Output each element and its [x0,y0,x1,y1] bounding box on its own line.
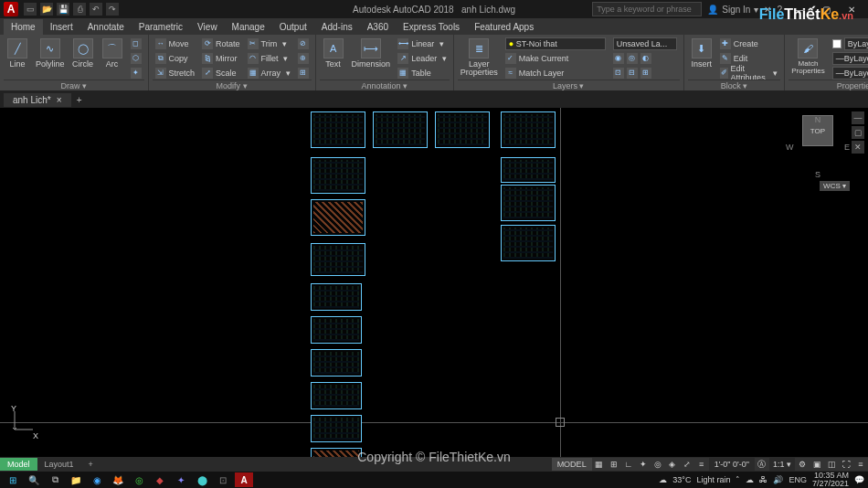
firefox-icon[interactable]: 🦊 [109,472,127,487]
drawing-sheet[interactable] [311,243,365,276]
osnap-toggle[interactable]: ◎ [651,458,665,471]
lineweight-dropdown[interactable]: — ByLayer [830,51,868,65]
sign-in-button[interactable]: 👤 Sign In ▾ [707,5,758,15]
workspace-toggle[interactable]: ⚙ [795,458,810,471]
tab-home[interactable]: Home [4,19,43,35]
drawing-sheet[interactable] [311,415,362,442]
drawing-sheet[interactable] [311,316,362,344]
edge-icon[interactable]: ◉ [88,472,106,487]
autocad-taskbar-icon[interactable]: A [235,472,253,487]
drawing-sheet[interactable] [311,283,362,311]
customize-button[interactable]: ≡ [853,458,868,471]
draw-ext3[interactable]: ✦ [128,66,144,80]
drawing-sheet[interactable] [311,199,365,236]
drawing-sheet[interactable] [501,185,556,221]
modify-ext3[interactable]: ⊞ [295,66,312,80]
hardware-toggle[interactable]: ▣ [810,458,824,471]
wcs-dropdown[interactable]: WCS ▾ [820,181,850,191]
cleanscreen-toggle[interactable]: ⛶ [839,458,853,471]
minimize-button[interactable]: — [788,1,813,17]
start-button[interactable]: ⊞ [4,472,22,487]
tray-date[interactable]: 7/27/2021 [812,480,849,488]
match-layer-button[interactable]: ≈Match Layer [503,66,609,80]
tab-addins[interactable]: Add-ins [314,19,360,35]
canvas-close-icon[interactable]: ✕ [852,141,864,154]
help-icon[interactable]: ? [777,5,782,15]
tab-parametric[interactable]: Parametric [132,19,190,35]
exchange-icon[interactable]: ✕ [764,5,771,15]
save-icon[interactable]: 💾 [57,3,69,16]
panel-properties-title[interactable]: Properties ▾ [789,80,868,91]
text-button[interactable]: AText [320,37,347,70]
linear-button[interactable]: ⟷Linear ▾ [395,37,450,50]
dimension-button[interactable]: ⟼Dimension [349,37,394,70]
modify-ext1[interactable]: ⊘ [295,37,312,50]
layer-tools-1[interactable]: ◉◎◐ [610,51,680,65]
file-tab-active[interactable]: anh Lich* × [4,93,71,107]
panel-annotation-title[interactable]: Annotation ▾ [320,80,450,91]
viewcube-north[interactable]: N [815,115,821,124]
snap-toggle[interactable]: ⊞ [607,458,621,471]
arc-button[interactable]: ⌒Arc [99,37,126,70]
mirror-button[interactable]: ⧎Mirror [199,51,243,65]
lweight-toggle[interactable]: ≡ [694,458,709,471]
annotation-toggle[interactable]: Ⓐ [755,458,769,471]
tray-network-icon[interactable]: 🖧 [759,475,767,484]
file-tab-close-icon[interactable]: × [57,95,62,105]
layer-tools-2[interactable]: ⊡⊟⊞ [610,66,680,80]
polar-toggle[interactable]: ✦ [636,458,651,471]
isolate-toggle[interactable]: ◫ [824,458,839,471]
drawing-sheet[interactable] [311,349,362,377]
weather-icon[interactable]: ☁ [659,475,667,484]
3dosnap-toggle[interactable]: ◈ [665,458,680,471]
tray-chevron-icon[interactable]: ˄ [736,475,740,484]
drawing-sheet[interactable] [311,111,365,148]
move-button[interactable]: ↔Move [153,37,198,50]
viewcube[interactable]: N S E W TOP [786,111,850,179]
fillet-button[interactable]: ◠Fillet ▾ [245,51,293,65]
panel-draw-title[interactable]: Draw ▾ [4,80,144,91]
canvas-minimize-icon[interactable]: — [852,111,864,124]
draw-ext2[interactable]: ⬡ [128,51,144,65]
layer-state[interactable]: Unsaved La... [610,37,680,50]
rotate-button[interactable]: ⟳Rotate [199,37,243,50]
panel-block-title[interactable]: Block ▾ [688,80,781,91]
stretch-button[interactable]: ⇲Stretch [153,66,198,80]
panel-layers-title[interactable]: Layers ▾ [458,80,680,91]
viewcube-east[interactable]: E [844,143,850,152]
app-menu-button[interactable]: A [4,2,18,16]
array-button[interactable]: ▦Array ▾ [245,66,293,80]
close-button[interactable]: ✕ [839,1,864,17]
viewcube-west[interactable]: W [786,143,794,152]
app-icon-2[interactable]: ✦ [172,472,190,487]
app-icon-4[interactable]: ⊡ [214,472,232,487]
circle-button[interactable]: ◯Circle [69,37,97,70]
status-model-button[interactable]: MODEL [552,458,592,471]
weather-temp[interactable]: 33°C [672,475,691,484]
model-tab[interactable]: Model [0,458,37,471]
ortho-toggle[interactable]: ∟ [621,458,636,471]
help-search-input[interactable] [592,2,702,16]
tab-view[interactable]: View [190,19,225,35]
match-properties-button[interactable]: 🖌Match Properties [789,37,827,77]
notifications-icon[interactable]: 💬 [854,475,864,484]
drawing-sheet[interactable] [501,225,556,261]
modify-ext2[interactable]: ⊕ [295,51,312,65]
new-tab-button[interactable]: + [71,95,88,105]
edit-attributes-button[interactable]: ✐Edit Attributes ▾ [717,66,781,80]
linetype-dropdown[interactable]: — ByLayer [830,66,868,80]
make-current-button[interactable]: ✓Make Current [503,51,609,65]
drawing-area[interactable]: — ▢ ✕ N S E W TOP WCS ▾ Y X [0,108,868,457]
drawing-sheet[interactable] [311,448,362,457]
leader-button[interactable]: ↗Leader ▾ [395,51,450,65]
tab-output[interactable]: Output [272,19,314,35]
create-block-button[interactable]: ✚Create [717,37,781,50]
polyline-button[interactable]: ∿Polyline [33,37,68,70]
drawing-sheet[interactable] [501,111,556,148]
maximize-button[interactable]: ▢ [813,1,839,17]
undo-icon[interactable]: ↶ [90,3,102,16]
app-icon-1[interactable]: ◆ [151,472,169,487]
canvas-maximize-icon[interactable]: ▢ [852,126,864,139]
tab-featured[interactable]: Featured Apps [467,19,541,35]
taskbar-search-icon[interactable]: 🔍 [25,472,43,487]
